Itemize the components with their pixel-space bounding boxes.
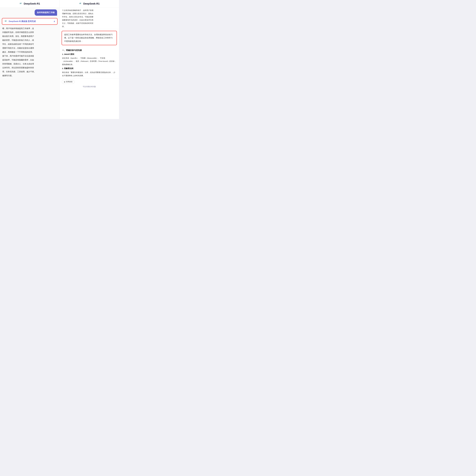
left-para-1: 嗯，用户问如何有效提高工作效率，这 xyxy=(2,27,57,30)
right-panel: 🐋 DeepSeek-R1 个点有具体的策略和例子，这样用户容易 理解和实施。还… xyxy=(60,0,119,119)
left-para-12: 理、任务优先级、工具使用、减少干扰、 xyxy=(2,70,57,73)
user-message-bubble: 如何有效提高工作效 xyxy=(35,9,57,16)
left-panel: 🐋 DeepSeek-R1 如何有效提高工作效 🐋 DeepSeek-R1满血版… xyxy=(0,0,60,119)
right-panel-content: 个点有具体的策略和例子，这样用户容易 理解和实施。还要注意语言简洁，避免太 学术… xyxy=(60,8,119,119)
left-panel-content: 如何有效提高工作效 🐋 DeepSeek-R1满血版 思考完成 ∧ 嗯，用户问如… xyxy=(0,8,59,119)
sub1-body: 设定具体（Specific）、可衡量（Measurable）、可实现（Achie… xyxy=(62,56,117,66)
right-panel-header: 🐋 DeepSeek-R1 xyxy=(60,0,119,8)
answer-highlight-text: 提高工作效率需要结合科学的方法、合理的规划和良好的习惯。以下是一些经过验证的实用… xyxy=(64,34,113,42)
right-top-line-5: 主义，导致拖延，或者不切实际的时间安 xyxy=(62,22,93,24)
left-para-7: 建议，再稍微提一下不同情况的应用。 xyxy=(2,51,57,54)
bottom-hint: 可以问我任何问题 xyxy=(60,85,119,89)
right-main-content: 一、明确目标与优先级 1. SMART原则 设定具体（Specific）、可衡量… xyxy=(60,46,119,79)
thinking-status-box[interactable]: 🐋 DeepSeek-R1满血版 思考完成 ∧ xyxy=(2,18,57,25)
web-search-button[interactable]: ⊕ 联网搜索 xyxy=(62,80,74,84)
thinking-chevron-icon[interactable]: ∧ xyxy=(53,20,55,23)
left-para-4: 能的背景，可能是在职场工作的人，或 xyxy=(2,39,57,42)
bottom-bar: ⊕ 联网搜索 xyxy=(60,79,119,85)
thinking-logo: 🐋 xyxy=(4,20,8,23)
fade-overlay-left xyxy=(0,112,59,119)
left-para-2: 问题挺常见的，但得仔细想想怎么回答 xyxy=(2,31,57,34)
deepseek-logo-left: 🐋 xyxy=(19,2,23,5)
right-top-text-block: 个点有具体的策略和例子，这样用户容易 理解和实施。还要注意语言简洁，避免太 学术… xyxy=(60,8,119,29)
left-panel-title: DeepSeek-R1 xyxy=(24,2,40,5)
right-panel-title: DeepSeek-R1 xyxy=(83,2,100,5)
left-para-5: 学生，或者自由职业者？不同的身份可 xyxy=(2,43,57,46)
left-para-11: 过来等等。所以回答里需要涵盖时间管 xyxy=(2,66,57,69)
answer-highlight-box: 提高工作效率需要结合科学的方法、合理的规划和良好的习惯。以下是一些经过验证的实用… xyxy=(62,31,117,45)
right-top-line-1: 个点有具体的策略和例子，这样用户容易 xyxy=(62,9,93,11)
right-top-line-3: 学术化，保持口语化但专业。可能还需要 xyxy=(62,16,93,18)
sub2-body: 将任务按「重要性和紧急性」分类，优先处理重要且紧急的任务，↓少在不重要事务上的时… xyxy=(62,71,117,77)
down-arrow-icon: ↓ xyxy=(113,71,114,74)
left-para-6: 需要不同的方法，但最好还是给出通用 xyxy=(2,47,57,50)
sub1-label: 1. SMART原则 xyxy=(62,53,117,56)
thinking-label: DeepSeek-R1满血版 思考完成 xyxy=(9,20,36,23)
left-para-9: 提高效率，可能还有隐藏的需求，比如 xyxy=(2,58,57,62)
left-para-10: 间管理困难、容易分心、任务太多处理 xyxy=(2,62,57,66)
left-panel-header: 🐋 DeepSeek-R1 xyxy=(0,0,59,8)
web-search-icon: ⊕ xyxy=(64,81,65,83)
deepseek-logo-right: 🐋 xyxy=(79,2,82,5)
sub2-label: 2. 四象限法则 xyxy=(62,67,117,70)
right-top-line-2: 理解和实施。还要注意语言简洁，避免太 xyxy=(62,13,93,15)
left-body-text: 嗯，用户问如何有效提高工作效率，这 问题挺常见的，但得仔细想想怎么回答 能全面又… xyxy=(0,26,59,79)
right-top-line-6: 排。 xyxy=(62,25,66,27)
left-para-13: 健康等方面。 xyxy=(2,74,57,77)
right-top-line-4: 提醒避免常见的误区，比如过度追求完美 xyxy=(62,19,93,21)
section1-heading: 一、明确目标与优先级 xyxy=(62,49,117,52)
user-bubble-container: 如何有效提高工作效 xyxy=(0,8,59,17)
web-search-label: 联网搜索 xyxy=(66,81,72,83)
left-para-3: 能全面又有用。首先，我需要考虑用户 xyxy=(2,35,57,38)
left-para-8: 接下来，用户的需求可能不仅仅是表面 xyxy=(2,54,57,58)
